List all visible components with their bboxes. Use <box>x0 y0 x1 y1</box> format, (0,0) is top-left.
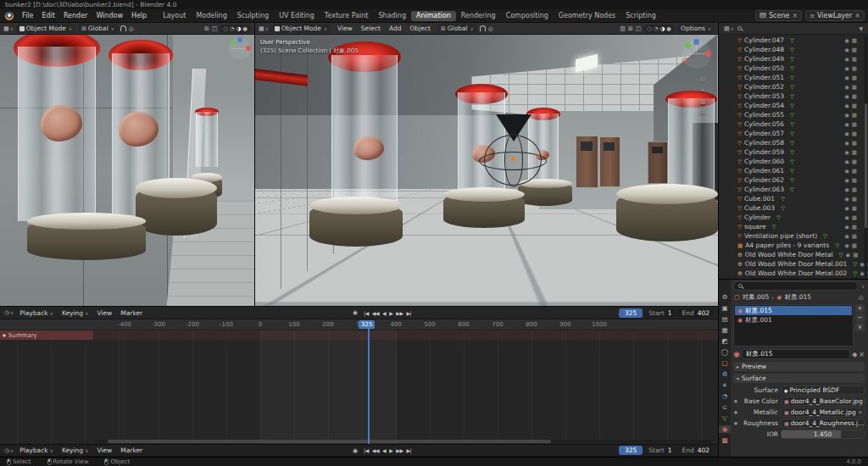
modifiers-tab-icon[interactable]: ⚙ <box>719 370 731 378</box>
transport-button[interactable]: ▶| <box>405 310 414 316</box>
disable-in-render-icon[interactable]: ▦ <box>852 37 857 44</box>
outliner-item[interactable]: ▽ Cylinder.053 ▽ ◉ ▦ <box>719 92 868 101</box>
outliner-item[interactable]: ▽ Cylinder.057 ▽ ◉ ▦ <box>719 129 868 138</box>
scene-tab-icon[interactable]: ◩ <box>719 337 731 345</box>
outliner-item[interactable]: ▽ Cube.001 ▽ ◉ ▦ <box>719 194 868 203</box>
gizmos-toggle-icon[interactable]: ⊞ <box>628 25 633 32</box>
axis-z-dot[interactable] <box>237 37 242 42</box>
blender-logo-icon[interactable] <box>5 12 14 20</box>
search-icon[interactable] <box>737 26 742 31</box>
transport-button[interactable]: ▶ <box>387 447 394 453</box>
hide-in-viewport-icon[interactable]: ◉ <box>844 224 849 230</box>
current-frame-field[interactable]: 325 <box>619 308 643 318</box>
outliner-item[interactable]: ⚙ Old Wood White Door Metal.001 ▽ ◉ ▦ <box>719 259 868 269</box>
wireframe-shading-icon[interactable]: ○ <box>647 25 652 32</box>
navigation-gizmo[interactable] <box>682 40 711 69</box>
outliner-item[interactable]: ▽ Cylinder ▽ ◉ ▦ <box>719 213 868 222</box>
viewport-menu[interactable]: View <box>333 24 357 33</box>
unlink-viewlayer-icon[interactable]: × <box>854 12 860 19</box>
property-value-field[interactable]: door4_4_BaseColor.jpg × <box>781 397 865 406</box>
hide-in-viewport-icon[interactable]: ◉ <box>844 93 849 100</box>
proportional-edit-icon[interactable]: ◎ <box>488 25 493 32</box>
disable-in-render-icon[interactable]: ▦ <box>852 121 857 128</box>
workspace-tab[interactable]: Modeling <box>191 11 231 21</box>
hide-in-viewport-icon[interactable]: ◉ <box>844 233 849 240</box>
output-tab-icon[interactable]: ▤ <box>719 315 731 323</box>
editor-type-icon[interactable]: ◷∨ <box>4 309 14 316</box>
property-value-field[interactable]: Principled BSDF × <box>781 386 865 395</box>
outliner-scrollbar[interactable] <box>865 36 867 276</box>
outliner-item[interactable]: ▽ Cylinder.056 ▽ ◉ ▦ <box>719 119 868 129</box>
disable-in-render-icon[interactable]: ▦ <box>852 103 857 109</box>
axis-x-negative-dot[interactable] <box>682 58 688 64</box>
hide-in-viewport-icon[interactable]: ◉ <box>844 112 849 119</box>
hide-in-viewport-icon[interactable]: ◉ <box>844 47 849 53</box>
fake-user-icon[interactable]: ◈ <box>852 351 857 358</box>
disable-in-render-icon[interactable]: ▦ <box>852 242 857 249</box>
menubar-menu[interactable]: Help <box>127 11 151 20</box>
proportional-edit-icon[interactable]: ◎ <box>129 25 134 32</box>
hide-in-viewport-icon[interactable]: ◉ <box>844 186 849 193</box>
outliner-item[interactable]: ▽ Cylinder.062 ▽ ◉ ▦ <box>719 175 868 185</box>
transport-button[interactable]: ▶ <box>387 310 394 316</box>
snap-magnet-icon[interactable] <box>120 25 126 31</box>
material-slot[interactable]: ◉ 材质.001 <box>735 315 852 325</box>
menubar-menu[interactable]: Render <box>59 11 92 20</box>
outliner-item[interactable]: ▽ Cylinder.060 ▽ ◉ ▦ <box>719 157 868 166</box>
material-shading-icon[interactable]: ◑ <box>660 25 665 32</box>
physics-tab-icon[interactable]: ◔ <box>719 392 731 400</box>
disable-in-render-icon[interactable]: ▦ <box>852 214 857 221</box>
hide-in-viewport-icon[interactable]: ◉ <box>844 205 849 212</box>
transport-button[interactable]: ◀◀ <box>370 447 381 453</box>
render-tab-icon[interactable]: ▣ <box>719 304 731 312</box>
orientation-dropdown[interactable]: ⊞ Global ∨ <box>78 24 118 33</box>
disable-in-render-icon[interactable]: ▦ <box>852 112 857 119</box>
outliner-item[interactable]: ⚙ Old Wood White Door Metal.002 ▽ ◉ ▦ <box>719 269 868 278</box>
axis-y-dot[interactable] <box>685 42 691 48</box>
hide-in-viewport-icon[interactable]: ◉ <box>846 252 851 258</box>
playhead[interactable] <box>368 329 370 444</box>
disable-in-render-icon[interactable]: ▦ <box>852 75 857 81</box>
disable-in-render-icon[interactable]: ▦ <box>852 224 857 230</box>
disable-in-render-icon[interactable]: ▦ <box>852 47 857 53</box>
timeline-hscrollbar[interactable] <box>95 440 711 443</box>
hide-in-viewport-icon[interactable]: ◉ <box>844 149 849 156</box>
outliner-item[interactable]: ▽ Cylinder.052 ▽ ◉ ▦ <box>719 82 868 92</box>
camera-view-icon[interactable]: ▦ <box>699 97 706 105</box>
transport-button[interactable]: |◀ <box>362 447 370 453</box>
object-data-tab-icon[interactable]: ▽ <box>719 414 731 422</box>
outliner-item[interactable]: ▽ Cylinder.047 ▽ ◉ ▦ <box>719 36 868 45</box>
wireframe-shading-icon[interactable]: ○ <box>223 25 228 32</box>
timeline-menu[interactable]: Marker <box>116 308 147 318</box>
property-value-field[interactable]: 1.450 × <box>781 430 865 439</box>
hide-in-viewport-icon[interactable]: ◉ <box>844 103 849 109</box>
workspace-tab[interactable]: Shading <box>373 11 411 21</box>
overlays-toggle-icon[interactable]: ◫ <box>212 25 218 32</box>
hide-in-viewport-icon[interactable]: ◉ <box>844 214 849 221</box>
workspace-tab[interactable]: Layout <box>158 11 191 21</box>
overlays-toggle-icon[interactable]: ◫ <box>636 25 642 32</box>
disable-in-render-icon[interactable]: ▦ <box>852 186 857 193</box>
options-dropdown[interactable]: Options ∨ <box>677 24 715 33</box>
scene-selector[interactable]: Scene × <box>755 10 802 21</box>
texture-tab-icon[interactable]: ▩ <box>719 436 731 444</box>
solid-shading-icon[interactable]: ◔ <box>654 25 659 32</box>
timeline-menu[interactable]: Keying <box>58 308 93 318</box>
hide-in-viewport-icon[interactable]: ◉ <box>844 37 849 44</box>
filter-dropdown-icon[interactable]: ∨ <box>861 284 865 289</box>
material-slot-list[interactable]: ◉ 材质.015 ◉ 材质.001 <box>733 304 854 347</box>
disable-in-render-icon[interactable]: ▦ <box>852 196 857 202</box>
rendered-shading-icon[interactable]: ● <box>242 25 248 32</box>
clear-value-icon[interactable]: × <box>858 408 863 416</box>
disable-in-render-icon[interactable]: ▦ <box>853 252 858 258</box>
outliner-item[interactable]: ▽ Cylinder.055 ▽ ◉ ▦ <box>719 110 868 119</box>
disable-in-render-icon[interactable]: ▦ <box>852 149 857 156</box>
timeline-menu[interactable]: Marker <box>116 446 147 455</box>
expand-triangle-icon[interactable]: ▼ <box>3 333 6 338</box>
solid-shading-icon[interactable]: ◔ <box>230 25 235 32</box>
disable-in-render-icon[interactable]: ▦ <box>852 65 857 72</box>
menubar-menu[interactable]: Edit <box>37 11 59 20</box>
3d-viewport-left[interactable] <box>0 35 254 306</box>
outliner-item[interactable]: ▽ Cylinder.049 ▽ ◉ ▦ <box>719 54 868 64</box>
decorator-dot-icon[interactable]: ● <box>733 421 738 425</box>
